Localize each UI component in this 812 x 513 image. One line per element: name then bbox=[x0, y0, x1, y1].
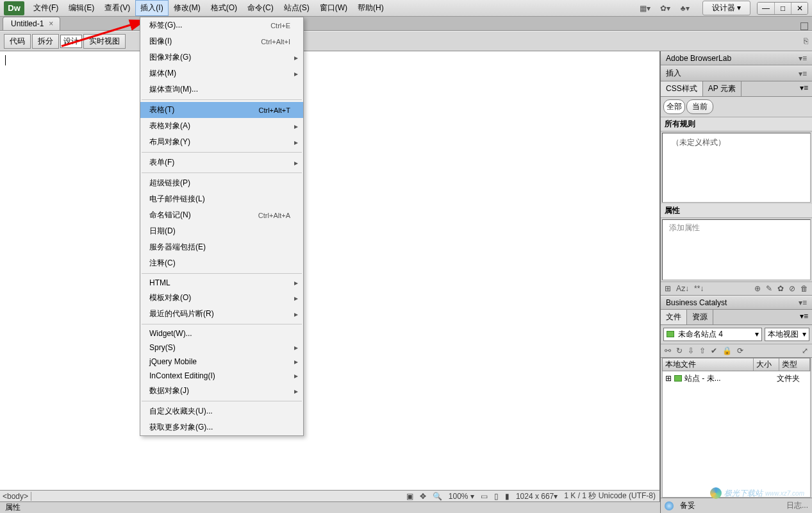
menu-entry[interactable]: 获取更多对象(G)... bbox=[140, 419, 303, 435]
connect-server-icon[interactable]: ⚯ bbox=[665, 346, 671, 355]
menu-entry[interactable]: 图像(I)Ctrl+Alt+I bbox=[140, 33, 303, 49]
panel-browserlab[interactable]: Adobe BrowserLab▾≡ bbox=[661, 51, 812, 65]
tablet-icon[interactable]: ▯ bbox=[494, 492, 499, 501]
expand-icon[interactable]: ⤢ bbox=[802, 346, 808, 355]
menu-entry[interactable]: 媒体查询(M)... bbox=[140, 81, 303, 97]
pointer-icon[interactable]: ▣ bbox=[406, 492, 413, 501]
tab-css-styles[interactable]: CSS样式 bbox=[661, 81, 703, 96]
menu-entry[interactable]: 注释(C) bbox=[140, 255, 303, 271]
menu-item[interactable]: 格式(O) bbox=[206, 0, 242, 16]
tab-assets[interactable]: 资源 bbox=[687, 310, 713, 324]
globe-icon[interactable] bbox=[665, 501, 674, 510]
menu-item[interactable]: 文件(F) bbox=[28, 0, 63, 16]
menu-entry[interactable]: 命名锚记(N)Ctrl+Alt+A bbox=[140, 207, 303, 223]
menu-entry[interactable]: 标签(G)...Ctrl+E bbox=[140, 17, 303, 33]
restore-doc-icon[interactable] bbox=[800, 22, 808, 30]
sync-icon[interactable]: ⟳ bbox=[737, 346, 743, 355]
menu-entry[interactable]: 表格对象(A)▸ bbox=[140, 118, 303, 134]
menu-entry[interactable]: Spry(S)▸ bbox=[140, 341, 303, 355]
checkin-icon[interactable]: 🔒 bbox=[722, 346, 732, 355]
site-select[interactable]: 未命名站点 4▾ bbox=[663, 328, 762, 341]
hand-icon[interactable]: ✥ bbox=[420, 492, 426, 501]
checkout-icon[interactable]: ✔ bbox=[711, 346, 717, 355]
panel-menu-icon[interactable]: ▾≡ bbox=[796, 310, 812, 324]
zoom-value[interactable]: 100% ▾ bbox=[449, 492, 474, 501]
menu-item[interactable]: 修改(M) bbox=[169, 0, 206, 16]
disable-icon[interactable]: ⊘ bbox=[789, 284, 795, 293]
menu-entry[interactable]: 表格(T)Ctrl+Alt+T bbox=[140, 102, 303, 118]
menu-entry[interactable]: HTML▸ bbox=[140, 276, 303, 290]
menu-item[interactable]: 站点(S) bbox=[279, 0, 315, 16]
minimize-button[interactable]: — bbox=[758, 3, 774, 14]
menu-entry[interactable]: 表单(F)▸ bbox=[140, 155, 303, 171]
col-type[interactable]: 类型 bbox=[779, 358, 810, 371]
menu-entry[interactable]: 图像对象(G)▸ bbox=[140, 49, 303, 65]
tab-ap-elements[interactable]: AP 元素 bbox=[703, 81, 742, 96]
menu-item[interactable]: 窗口(W) bbox=[315, 0, 352, 16]
menu-entry[interactable]: 日期(D) bbox=[140, 223, 303, 239]
add-property[interactable]: 添加属性 bbox=[663, 220, 810, 236]
put-icon[interactable]: ⇧ bbox=[699, 346, 706, 355]
maximize-button[interactable]: □ bbox=[774, 3, 791, 14]
split-view-button[interactable]: 拆分 bbox=[32, 34, 59, 49]
gear-icon[interactable]: ✿▾ bbox=[660, 4, 669, 13]
expand-tree-icon[interactable]: ⊞ bbox=[665, 374, 672, 383]
menu-entry[interactable]: 服务器端包括(E) bbox=[140, 239, 303, 255]
properties-list[interactable]: 添加属性 bbox=[662, 219, 811, 280]
menu-item[interactable]: 插入(I) bbox=[135, 0, 168, 16]
menu-entry[interactable]: 媒体(M)▸ bbox=[140, 65, 303, 81]
pill-all[interactable]: 全部 bbox=[663, 99, 685, 114]
menu-entry[interactable]: Widget(W)... bbox=[140, 326, 303, 341]
menu-item[interactable]: 帮助(H) bbox=[352, 0, 389, 16]
menu-entry[interactable]: 最近的代码片断(R)▸ bbox=[140, 306, 303, 322]
menu-item[interactable]: 命令(C) bbox=[242, 0, 279, 16]
design-view-button[interactable]: 设计 bbox=[60, 35, 82, 48]
code-view-button[interactable]: 代码 bbox=[4, 34, 31, 49]
menu-item[interactable]: 查看(V) bbox=[99, 0, 135, 16]
tab-files[interactable]: 文件 bbox=[661, 310, 687, 324]
panel-menu-icon[interactable]: ▾≡ bbox=[799, 69, 807, 78]
refresh-icon[interactable]: ↻ bbox=[676, 346, 683, 355]
attach-css-icon[interactable]: ⊕ bbox=[754, 284, 761, 293]
get-icon[interactable]: ⇩ bbox=[688, 346, 694, 355]
menu-entry[interactable]: 模板对象(O)▸ bbox=[140, 290, 303, 306]
file-row[interactable]: ⊞ 站点 - 未... 文件夹 bbox=[664, 373, 809, 385]
view-select[interactable]: 本地视图 ▾ bbox=[765, 328, 809, 341]
panel-menu-icon[interactable]: ▾≡ bbox=[799, 54, 807, 63]
panel-business-catalyst[interactable]: Business Catalyst▾≡ bbox=[661, 296, 812, 310]
col-local-file[interactable]: 本地文件 bbox=[663, 358, 754, 371]
properties-strip[interactable]: 属性 bbox=[0, 501, 660, 513]
menu-entry[interactable]: 电子邮件链接(L) bbox=[140, 191, 303, 207]
show-category-icon[interactable]: ⊞ bbox=[665, 284, 671, 293]
connect-icon[interactable]: ♣▾ bbox=[681, 4, 690, 13]
phone-icon[interactable]: ▮ bbox=[505, 492, 510, 501]
workspace-switcher[interactable]: 设计器 ▾ bbox=[702, 1, 750, 15]
menu-entry[interactable]: InContext Editing(I)▸ bbox=[140, 369, 303, 383]
tag-selector[interactable]: <body> bbox=[0, 492, 31, 501]
trash-icon[interactable]: 🗑 bbox=[800, 284, 808, 293]
screen-icon[interactable]: ▭ bbox=[481, 492, 488, 501]
doc-options-icon[interactable]: ⎘ bbox=[804, 37, 808, 46]
new-rule-icon[interactable]: ✎ bbox=[766, 284, 772, 293]
panel-insert[interactable]: 插入▾≡ bbox=[661, 65, 812, 81]
tab-close-icon[interactable]: × bbox=[49, 19, 53, 28]
live-view-button[interactable]: 实时视图 bbox=[83, 34, 126, 49]
menu-entry[interactable]: 超级链接(P) bbox=[140, 175, 303, 191]
close-button[interactable]: ✕ bbox=[791, 3, 808, 14]
files-tree[interactable]: ⊞ 站点 - 未... 文件夹 bbox=[662, 371, 811, 498]
col-size[interactable]: 大小 bbox=[754, 358, 779, 371]
menu-item[interactable]: 编辑(E) bbox=[63, 0, 99, 16]
panel-menu-icon[interactable]: ▾≡ bbox=[796, 81, 812, 96]
log-link[interactable]: 日志... bbox=[786, 500, 808, 511]
window-size[interactable]: 1024 x 667▾ bbox=[516, 492, 558, 501]
show-list-icon[interactable]: Aᴢ↓ bbox=[676, 284, 689, 293]
layout-icon[interactable]: ▦▾ bbox=[640, 4, 649, 13]
edit-rule-icon[interactable]: ✿ bbox=[777, 284, 784, 293]
show-set-icon[interactable]: **↓ bbox=[694, 284, 704, 293]
panel-menu-icon[interactable]: ▾≡ bbox=[799, 298, 807, 307]
menu-entry[interactable]: 自定义收藏夹(U)... bbox=[140, 403, 303, 419]
rules-list[interactable]: （未定义样式） bbox=[662, 133, 811, 203]
menu-entry[interactable]: 布局对象(Y)▸ bbox=[140, 134, 303, 150]
menu-entry[interactable]: jQuery Mobile▸ bbox=[140, 355, 303, 369]
document-tab[interactable]: Untitled-1 × bbox=[3, 17, 60, 30]
